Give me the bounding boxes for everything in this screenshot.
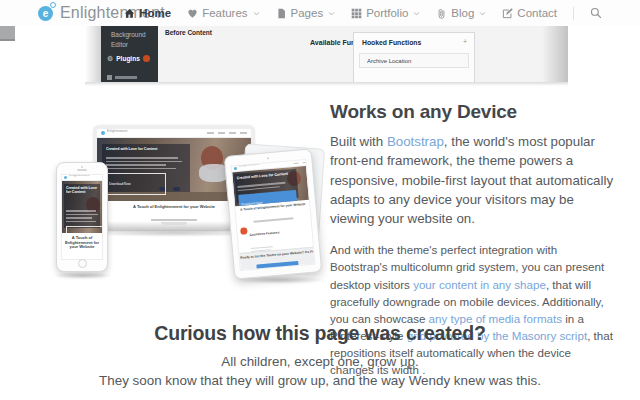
archive-location-label: Archive Location (367, 58, 411, 64)
plugins-update-badge (143, 55, 150, 62)
nav-item-features[interactable]: Features (187, 7, 259, 19)
story-section: Curious how this page was created? All c… (0, 322, 640, 400)
chevron-down-icon (413, 10, 420, 17)
home-icon (124, 8, 135, 19)
mini-logo-text: Enlightenment (107, 129, 127, 133)
paperclip-icon (436, 8, 447, 19)
archive-location-row[interactable]: Archive Location (359, 53, 469, 68)
hooked-functions-panel: Hooked Functions + Archive Location (353, 32, 475, 82)
plugin-icon: ⚙ (107, 55, 113, 62)
mini-hero-image: Created with Love for Content Download N… (232, 166, 309, 206)
mini-hero-heading: Created with Love for Content (237, 171, 295, 180)
mini-logo-icon (101, 131, 105, 135)
story-line-1: All children, except one, grow up. (0, 353, 640, 372)
tablet-mockup: Enlightenment Created with Love for Cont… (224, 148, 322, 279)
screenshot-right-shadow (543, 26, 568, 82)
mini-caption-text: A Touch of Enlightenment for your Websit… (62, 235, 102, 249)
nav-label: Features (202, 7, 247, 19)
mini-hero-image: Created with Love for Content Download N… (62, 181, 102, 233)
mini-nav-links (203, 132, 247, 134)
mini-logo-icon (64, 176, 67, 179)
nav-divider (573, 7, 574, 20)
pencil-square-icon (502, 8, 513, 19)
nav-label: Contact (517, 7, 557, 19)
phone-mockup: Enlightenment Created with Love for Cont… (56, 162, 108, 272)
chevron-down-icon (479, 10, 486, 17)
main-nav: Home Features Pages Portfolio Blog Conta… (124, 0, 602, 26)
nav-item-portfolio[interactable]: Portfolio (351, 7, 420, 19)
phone-home-button (78, 259, 87, 268)
mini-logo-icon (234, 167, 237, 170)
nav-label: Portfolio (366, 7, 408, 19)
devices-showcase-image: Enlightenment Created with Love for Cont… (45, 100, 321, 312)
site-header: e Enlightenment Home Features Pages Port… (0, 0, 640, 26)
mini-hero-overlay: Created with Love for Content Download N… (234, 169, 298, 203)
tablet-camera (267, 157, 269, 159)
panel-expander-icon[interactable]: + (463, 38, 467, 45)
nav-label: Pages (291, 7, 324, 19)
feature-title: Countless Features (250, 230, 280, 236)
device-section-paragraph-1: Built with Bootstrap, the world's most p… (330, 132, 615, 228)
window-fragment (0, 26, 15, 41)
mini-cta-text: Ready to try this Theme on your Website?… (240, 250, 314, 260)
mini-hero-overlay: Created with Love for Content Download N… (102, 144, 190, 192)
sidebar-item-background[interactable]: Background (111, 31, 146, 38)
phone-screen: Enlightenment Created with Love for Cont… (61, 174, 103, 260)
nav-item-contact[interactable]: Contact (502, 7, 557, 19)
nav-item-blog[interactable]: Blog (436, 7, 486, 19)
mini-logo-text: Enlightenment (238, 162, 259, 167)
chevron-down-icon (253, 10, 260, 17)
sidebar-item-label: Plugins (116, 55, 139, 62)
nav-label: Home (139, 7, 171, 19)
screenshot-bottom-shadow (85, 82, 568, 86)
mini-logo-text: Enlightenment (69, 174, 89, 177)
tablet-screen: Enlightenment Created with Love for Cont… (231, 159, 316, 271)
device-section-heading: Works on any Device (330, 101, 615, 123)
mini-hero-heading: Created with Love for Content (66, 186, 98, 194)
story-line-2: They soon know that they will grow up, a… (0, 372, 640, 391)
grid-icon (351, 8, 362, 19)
mini-site-navbar: Enlightenment (97, 129, 251, 138)
wp-admin-screenshot: Background Editor ⚙ Plugins Before Conte… (85, 26, 568, 82)
mini-hero-heading: Created with Love for Content (106, 147, 186, 151)
phone-shadow (53, 272, 113, 279)
nav-item-home[interactable]: Home (124, 7, 171, 19)
phone-speaker (77, 169, 87, 171)
story-section-heading: Curious how this page was created? (0, 322, 640, 345)
inline-link[interactable]: Bootstrap (387, 134, 444, 149)
sidebar-item-partial (107, 74, 147, 80)
inline-link[interactable]: your content in any shape (413, 278, 546, 291)
hooked-functions-title: Hooked Functions (362, 39, 421, 46)
sidebar-item-editor[interactable]: Editor (111, 41, 128, 48)
mini-cta-button: Download (257, 261, 300, 271)
wp-admin-content: Before Content Available Functions Hooke… (158, 26, 543, 82)
before-content-label: Before Content (165, 29, 212, 36)
logo-ring-icon (50, 2, 56, 8)
chevron-down-icon (328, 10, 335, 17)
search-button[interactable] (590, 7, 602, 19)
heart-icon (187, 8, 198, 19)
feature-icon (240, 227, 248, 235)
search-icon (590, 7, 602, 19)
mini-download-button: Download Now (106, 173, 166, 195)
text-segment: Built with (330, 134, 387, 149)
screenshot-left-shadow (85, 26, 101, 82)
nav-item-pages[interactable]: Pages (276, 7, 336, 19)
wp-admin-sidebar: Background Editor ⚙ Plugins (101, 26, 158, 82)
enlightenment-logo-icon: e (38, 6, 53, 21)
mini-download-button: Download Now (66, 226, 102, 233)
mini-caption-band: A Touch of Enlightenment for your Websit… (62, 233, 102, 259)
file-icon (276, 8, 287, 19)
sidebar-item-plugins[interactable]: ⚙ Plugins (107, 55, 150, 62)
mini-hero-overlay: Created with Love for Content Download N… (64, 184, 100, 228)
phone-camera (81, 166, 83, 168)
nav-label: Blog (451, 7, 474, 19)
